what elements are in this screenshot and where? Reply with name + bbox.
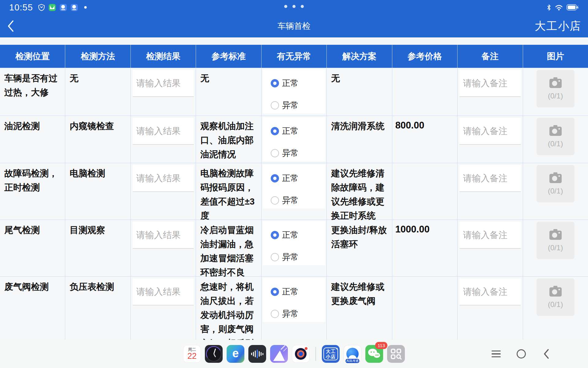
dock-app-dagong-store[interactable]: 大工 小店 ® <box>322 345 340 363</box>
remark-input[interactable] <box>459 165 521 191</box>
recents-button[interactable] <box>491 348 502 359</box>
cell-price: 800.00 <box>392 116 458 163</box>
radio-selected-icon[interactable] <box>271 79 279 87</box>
standard-text: 电脑检测故障码报码原因，差值不超过±3度 <box>196 163 261 223</box>
photo-count: (0/1) <box>548 140 563 148</box>
dock-app-clock[interactable] <box>205 345 223 363</box>
bluetooth-icon <box>547 4 551 11</box>
method-text: 负压表检测 <box>65 277 130 294</box>
cell-method: 电脑检测 <box>65 163 130 220</box>
back-icon[interactable] <box>7 20 15 32</box>
radio-unselected-icon[interactable] <box>271 310 279 318</box>
radio-selected-icon[interactable] <box>271 127 279 135</box>
cell-remark <box>458 163 523 220</box>
method-text: 无 <box>65 68 130 85</box>
radio-abnormal[interactable]: 异常 <box>271 249 325 265</box>
home-button[interactable] <box>516 348 527 359</box>
camera-icon <box>549 286 562 297</box>
dock-app-calendar[interactable]: 周二 22 <box>183 345 201 363</box>
cell-method: 内窥镜检查 <box>65 116 130 163</box>
circle-icon <box>517 349 526 358</box>
dock-app-camera[interactable] <box>292 345 310 363</box>
method-text: 目测观察 <box>65 220 130 237</box>
radio-normal[interactable]: 正常 <box>271 75 325 91</box>
photo-upload-button[interactable]: (0/1) <box>537 118 575 155</box>
back-nav-button[interactable] <box>541 348 552 359</box>
remark-input[interactable] <box>459 222 521 248</box>
radio-abnormal[interactable]: 异常 <box>271 145 325 161</box>
photo-count: (0/1) <box>548 187 563 195</box>
camera-icon <box>549 229 562 240</box>
cell-result <box>131 116 196 163</box>
price-text <box>392 163 457 167</box>
dock-app-drawer[interactable] <box>387 345 405 363</box>
abnormal-radio-group: 正常 异常 <box>263 69 325 113</box>
cell-standard: 电脑检测故障码报码原因，差值不超过±3度 <box>196 163 261 220</box>
result-input[interactable] <box>133 222 194 248</box>
radio-unselected-icon[interactable] <box>271 101 279 109</box>
dock-app-ai-gaokao[interactable]: AI高考通 <box>344 345 361 363</box>
position-text: 故障码检测，正时检测 <box>0 163 65 194</box>
radio-normal[interactable]: 正常 <box>271 284 325 299</box>
dock-app-wechat[interactable]: 113 <box>365 345 383 363</box>
radio-normal[interactable]: 正常 <box>271 171 325 186</box>
result-input[interactable] <box>133 165 194 191</box>
result-input[interactable] <box>133 278 194 305</box>
radio-unselected-icon[interactable] <box>271 196 279 205</box>
method-text: 内窥镜检查 <box>65 116 130 133</box>
camera-notch-dots <box>284 5 304 8</box>
dock-app-recorder[interactable] <box>248 345 266 363</box>
camera-icon <box>549 77 562 88</box>
radio-unselected-icon[interactable] <box>271 149 279 157</box>
cell-abnormal: 正常 异常 <box>262 116 327 163</box>
cell-position: 废气阀检测 <box>0 277 65 340</box>
radio-normal[interactable]: 正常 <box>271 227 325 243</box>
radio-abnormal[interactable]: 异常 <box>271 193 325 208</box>
photo-upload-button[interactable]: (0/1) <box>537 165 575 202</box>
brand-name: 大工小店 <box>535 19 581 34</box>
radio-unselected-icon[interactable] <box>271 253 279 261</box>
result-input[interactable] <box>133 70 194 96</box>
calendar-day: 22 <box>187 352 197 360</box>
store-icon: 大工 小店 ® <box>323 347 338 360</box>
radio-selected-icon[interactable] <box>271 231 279 239</box>
cell-position: 故障码检测，正时检测 <box>0 163 65 220</box>
radio-abnormal[interactable]: 异常 <box>271 98 325 113</box>
ai-app-label: AI高考通 <box>345 358 360 364</box>
position-text: 车辆是否有过过热，大修 <box>0 68 65 99</box>
tablet-screen: 10:55 <box>0 0 588 368</box>
radio-normal[interactable]: 正常 <box>271 123 325 139</box>
photo-upload-button[interactable]: (0/1) <box>537 278 575 316</box>
cell-photo: (0/1) <box>523 220 588 276</box>
cell-remark <box>458 277 523 340</box>
cell-price: 1000.00 <box>392 220 458 276</box>
radio-selected-icon[interactable] <box>271 174 279 182</box>
cell-result <box>131 220 196 276</box>
notification-dot <box>84 6 87 9</box>
radio-abnormal-label: 异常 <box>282 251 299 263</box>
radio-abnormal[interactable]: 异常 <box>271 306 325 321</box>
photo-upload-button[interactable]: (0/1) <box>537 222 575 259</box>
remark-input[interactable] <box>459 70 521 96</box>
remark-input-box <box>459 118 521 145</box>
standard-text: 冷启动冒蓝烟油封漏油，急加速冒烟活塞环密封不良 <box>196 220 261 279</box>
dock-app-browser[interactable]: e <box>227 345 244 363</box>
camera-icon <box>549 125 562 136</box>
cell-position: 尾气检测 <box>0 220 65 276</box>
cell-price <box>392 68 458 116</box>
message-app-status-icon <box>49 4 56 11</box>
cell-photo: (0/1) <box>523 277 588 340</box>
dock-app-gallery[interactable] <box>270 345 288 363</box>
result-input[interactable] <box>133 118 194 144</box>
cell-result <box>131 277 196 340</box>
table-body: 车辆是否有过过热，大修 无 无 正常 异常 无 <box>0 68 588 340</box>
remark-input[interactable] <box>459 278 521 305</box>
battery-charging-icon <box>567 4 579 11</box>
cell-method: 目测观察 <box>65 220 130 276</box>
header-solution: 解决方案 <box>327 45 392 68</box>
radio-selected-icon[interactable] <box>271 288 279 296</box>
cell-remark <box>458 68 523 116</box>
photo-upload-button[interactable]: (0/1) <box>537 70 575 107</box>
remark-input[interactable] <box>459 118 521 144</box>
system-nav-buttons <box>491 340 552 368</box>
